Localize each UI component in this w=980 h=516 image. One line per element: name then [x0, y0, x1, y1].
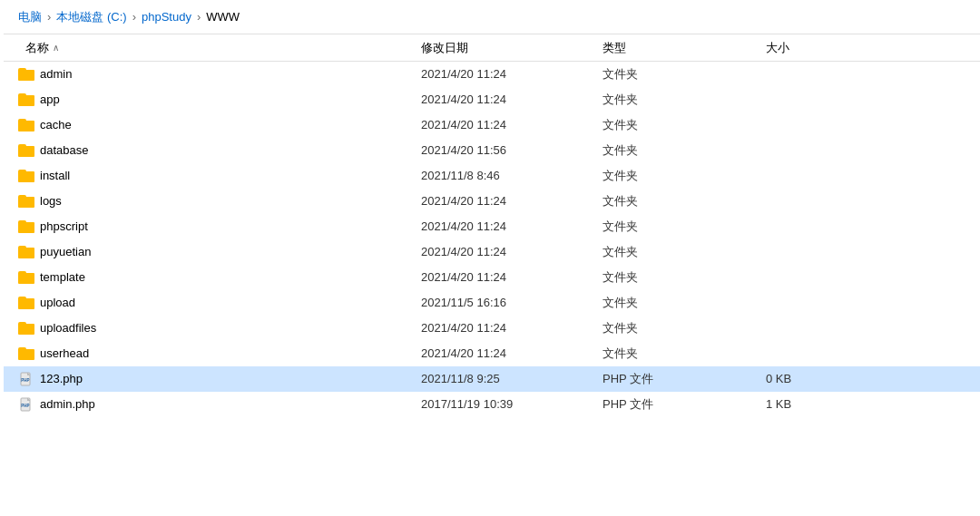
- breadcrumb-c-drive[interactable]: 本地磁盘 (C:): [56, 9, 126, 25]
- file-type: 文件夹: [603, 92, 766, 108]
- file-type: 文件夹: [603, 219, 766, 235]
- file-date: 2021/4/20 11:24: [421, 245, 603, 258]
- folder-icon: [18, 347, 34, 360]
- file-type: PHP 文件: [603, 396, 766, 413]
- table-row[interactable]: logs 2021/4/20 11:24 文件夹: [4, 189, 980, 214]
- file-type: 文件夹: [603, 295, 766, 311]
- file-name: app: [4, 92, 421, 106]
- file-date: 2017/11/19 10:39: [421, 397, 603, 411]
- col-header-size[interactable]: 大小: [766, 40, 875, 56]
- file-name: phpscript: [4, 219, 421, 233]
- file-date: 2021/4/20 11:24: [421, 270, 603, 284]
- file-date: 2021/4/20 11:24: [421, 67, 603, 81]
- table-header: 名称 ∧ 修改日期 类型 大小: [4, 34, 980, 62]
- table-row[interactable]: PHP admin.php 2017/11/19 10:39 PHP 文件 1 …: [4, 392, 980, 417]
- folder-icon: [18, 322, 34, 335]
- file-name: PHP admin.php: [4, 397, 421, 412]
- table-row[interactable]: upload 2021/11/5 16:16 文件夹: [4, 290, 980, 316]
- file-name: puyuetian: [4, 245, 421, 258]
- file-date: 2021/4/20 11:24: [421, 219, 603, 233]
- file-list: admin 2021/4/20 11:24 文件夹 app 2021/4/20 …: [4, 62, 980, 417]
- folder-icon: [18, 220, 34, 233]
- folder-icon: [18, 144, 34, 157]
- breadcrumb-phpstudy[interactable]: phpStudy: [142, 10, 191, 24]
- folder-icon: [18, 93, 34, 106]
- file-date: 2021/4/20 11:24: [421, 194, 603, 208]
- file-date: 2021/11/8 8:46: [421, 169, 603, 182]
- file-name: install: [4, 169, 421, 182]
- col-header-name[interactable]: 名称 ∧: [4, 40, 421, 56]
- col-header-type[interactable]: 类型: [603, 40, 766, 56]
- file-type: 文件夹: [603, 193, 766, 209]
- file-type: PHP 文件: [603, 371, 766, 387]
- table-row[interactable]: uploadfiles 2021/4/20 11:24 文件夹: [4, 316, 980, 341]
- table-row[interactable]: userhead 2021/4/20 11:24 文件夹: [4, 341, 980, 366]
- col-header-date[interactable]: 修改日期: [421, 40, 603, 56]
- table-row[interactable]: install 2021/11/8 8:46 文件夹: [4, 163, 980, 189]
- file-name: userhead: [4, 346, 421, 360]
- file-date: 2021/4/20 11:24: [421, 92, 603, 106]
- file-type: 文件夹: [603, 168, 766, 184]
- file-date: 2021/11/8 9:25: [421, 372, 603, 385]
- breadcrumb-sep-1: ›: [47, 10, 51, 24]
- breadcrumb-www: WWW: [206, 10, 240, 24]
- breadcrumb-computer[interactable]: 电脑: [18, 9, 42, 25]
- file-size: 1 KB: [766, 397, 875, 411]
- table-row[interactable]: template 2021/4/20 11:24 文件夹: [4, 265, 980, 290]
- folder-icon: [18, 170, 34, 182]
- file-name: template: [4, 270, 421, 284]
- svg-text:PHP: PHP: [21, 404, 29, 408]
- file-name: uploadfiles: [4, 321, 421, 335]
- folder-icon: [18, 271, 34, 284]
- sort-arrow-icon: ∧: [53, 43, 59, 53]
- php-file-icon: PHP: [18, 397, 34, 412]
- breadcrumb: 电脑 › 本地磁盘 (C:) › phpStudy › WWW: [4, 0, 980, 34]
- table-row[interactable]: app 2021/4/20 11:24 文件夹: [4, 87, 980, 112]
- table-row[interactable]: phpscript 2021/4/20 11:24 文件夹: [4, 214, 980, 239]
- file-type: 文件夹: [603, 66, 766, 83]
- file-name: logs: [4, 194, 421, 208]
- folder-icon: [18, 195, 34, 208]
- breadcrumb-sep-3: ›: [197, 10, 201, 24]
- table-row[interactable]: puyuetian 2021/4/20 11:24 文件夹: [4, 239, 980, 265]
- folder-icon: [18, 246, 34, 258]
- table-row[interactable]: PHP 123.php 2021/11/8 9:25 PHP 文件 0 KB: [4, 366, 980, 392]
- file-name: database: [4, 143, 421, 157]
- file-size: 0 KB: [766, 372, 875, 385]
- file-name: upload: [4, 296, 421, 309]
- file-date: 2021/4/20 11:24: [421, 346, 603, 360]
- file-type: 文件夹: [603, 117, 766, 133]
- file-date: 2021/11/5 16:16: [421, 296, 603, 309]
- php-file-icon: PHP: [18, 372, 34, 386]
- folder-icon: [18, 119, 34, 131]
- table-row[interactable]: cache 2021/4/20 11:24 文件夹: [4, 112, 980, 138]
- svg-text:PHP: PHP: [21, 378, 29, 383]
- breadcrumb-sep-2: ›: [132, 10, 136, 24]
- table-row[interactable]: admin 2021/4/20 11:24 文件夹: [4, 62, 980, 87]
- table-row[interactable]: database 2021/4/20 11:56 文件夹: [4, 138, 980, 163]
- file-type: 文件夹: [603, 244, 766, 260]
- file-type: 文件夹: [603, 320, 766, 336]
- file-date: 2021/4/20 11:56: [421, 143, 603, 157]
- file-date: 2021/4/20 11:24: [421, 118, 603, 131]
- file-name: PHP 123.php: [4, 372, 421, 386]
- file-type: 文件夹: [603, 269, 766, 286]
- file-type: 文件夹: [603, 346, 766, 362]
- file-date: 2021/4/20 11:24: [421, 321, 603, 335]
- file-name: admin: [4, 67, 421, 81]
- file-type: 文件夹: [603, 142, 766, 159]
- folder-icon: [18, 68, 34, 81]
- file-name: cache: [4, 118, 421, 131]
- folder-icon: [18, 297, 34, 309]
